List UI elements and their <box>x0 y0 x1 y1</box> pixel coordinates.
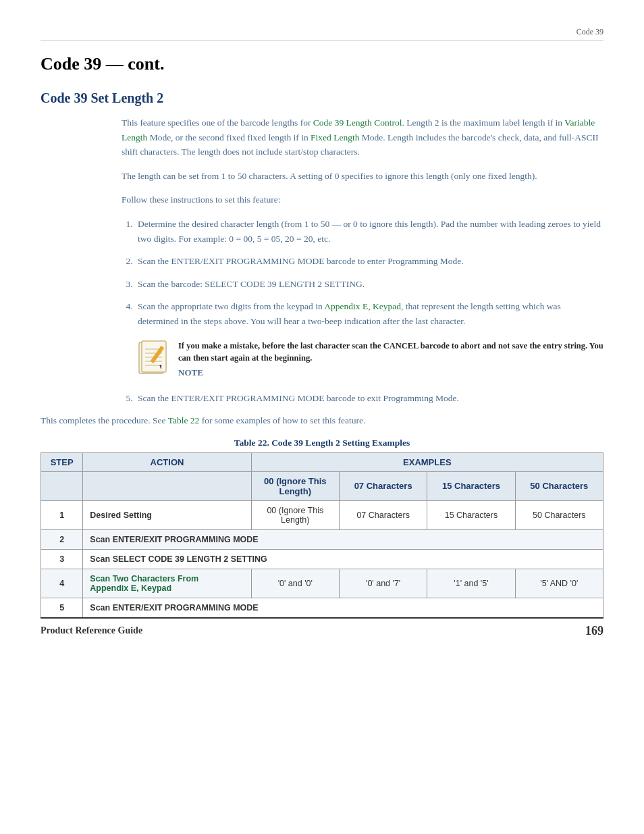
instruction-step-2: Scan the ENTER/EXIT PROGRAMMING MODE bar… <box>135 254 603 269</box>
row4-ex3: '1' and '5' <box>427 569 515 598</box>
table-row: 2 Scan ENTER/EXIT PROGRAMMING MODE <box>41 529 603 549</box>
row1-action: Desired Setting <box>83 500 251 529</box>
code39-length-control-link[interactable]: Code 39 Length Control <box>313 118 402 128</box>
page-header: Code 39 <box>41 27 603 41</box>
examples-table: STEP ACTION EXAMPLES 00 (Ignore This Len… <box>41 452 603 618</box>
row1-ex4: 50 Characters <box>515 500 603 529</box>
closing-text: This completes the procedure. See Table … <box>41 413 603 428</box>
sub-header-ex2: 07 Characters <box>339 471 427 500</box>
sub-header-ex4: 50 Characters <box>515 471 603 500</box>
header-text: Code 39 <box>576 27 603 36</box>
instruction-step-1: Determine the desired character length (… <box>135 217 603 246</box>
note-content: If you make a mistake, before the last c… <box>178 340 603 379</box>
intro-paragraph-2: The length can be set from 1 to 50 chara… <box>122 169 603 184</box>
note-icon <box>135 340 169 380</box>
row5-action: Scan ENTER/EXIT PROGRAMMING MODE <box>83 598 603 617</box>
appendix-e-keypad-link[interactable]: Appendix E, Keypad <box>324 301 401 311</box>
row5-step: 5 <box>41 598 83 617</box>
row4-ex4: '5' AND '0' <box>515 569 603 598</box>
table-section: Table 22. Code 39 Length 2 Setting Examp… <box>41 438 603 618</box>
row2-action: Scan ENTER/EXIT PROGRAMMING MODE <box>83 529 603 549</box>
sub-header-action <box>83 471 251 500</box>
sub-header-ex3: 15 Characters <box>427 471 515 500</box>
table-row: 3 Scan SELECT CODE 39 LENGTH 2 SETTING <box>41 549 603 569</box>
row1-ex2: 07 Characters <box>339 500 427 529</box>
row4-ex2: '0' and '7' <box>339 569 427 598</box>
col-header-examples: EXAMPLES <box>251 452 603 471</box>
table-row: 5 Scan ENTER/EXIT PROGRAMMING MODE <box>41 598 603 617</box>
sub-header-step <box>41 471 83 500</box>
row4-ex1: '0' and '0' <box>251 569 339 598</box>
intro-paragraph-1: This feature specifies one of the barcod… <box>122 115 603 159</box>
row3-action: Scan SELECT CODE 39 LENGTH 2 SETTING <box>83 549 603 569</box>
fixed-length-link[interactable]: Fixed Length <box>311 132 359 142</box>
footer-right: 169 <box>585 624 603 638</box>
sub-header-ex1: 00 (Ignore This Length) <box>251 471 339 500</box>
section-heading: Code 39 Set Length 2 <box>41 90 603 106</box>
instructions-list-cont: Scan the ENTER/EXIT PROGRAMMING MODE bar… <box>135 391 603 406</box>
row3-step: 3 <box>41 549 83 569</box>
col-header-step: STEP <box>41 452 83 471</box>
table22-link[interactable]: Table 22 <box>168 415 200 425</box>
note-text: If you make a mistake, before the last c… <box>178 341 603 363</box>
col-header-action: ACTION <box>83 452 251 471</box>
row4-action: Scan Two Characters FromAppendix E, Keyp… <box>83 569 251 598</box>
row1-step: 1 <box>41 500 83 529</box>
instruction-step-4: Scan the appropriate two digits from the… <box>135 299 603 328</box>
row1-ex1: 00 (Ignore This Length) <box>251 500 339 529</box>
page-footer: Product Reference Guide 169 <box>41 617 603 638</box>
row2-step: 2 <box>41 529 83 549</box>
footer-left: Product Reference Guide <box>41 625 142 636</box>
instruction-step-5: Scan the ENTER/EXIT PROGRAMMING MODE bar… <box>135 391 603 406</box>
table-row: 4 Scan Two Characters FromAppendix E, Ke… <box>41 569 603 598</box>
instruction-step-3: Scan the barcode: SELECT CODE 39 LENGTH … <box>135 277 603 292</box>
page-title: Code 39 — cont. <box>41 54 603 74</box>
instructions-list: Determine the desired character length (… <box>135 217 603 329</box>
note-label: NOTE <box>178 367 603 378</box>
table-caption: Table 22. Code 39 Length 2 Setting Examp… <box>41 438 603 448</box>
instructions-intro: Follow these instructions to set this fe… <box>122 192 603 207</box>
table-row: 1 Desired Setting 00 (Ignore This Length… <box>41 500 603 529</box>
note-box: If you make a mistake, before the last c… <box>135 340 603 380</box>
row4-step: 4 <box>41 569 83 598</box>
row1-ex3: 15 Characters <box>427 500 515 529</box>
